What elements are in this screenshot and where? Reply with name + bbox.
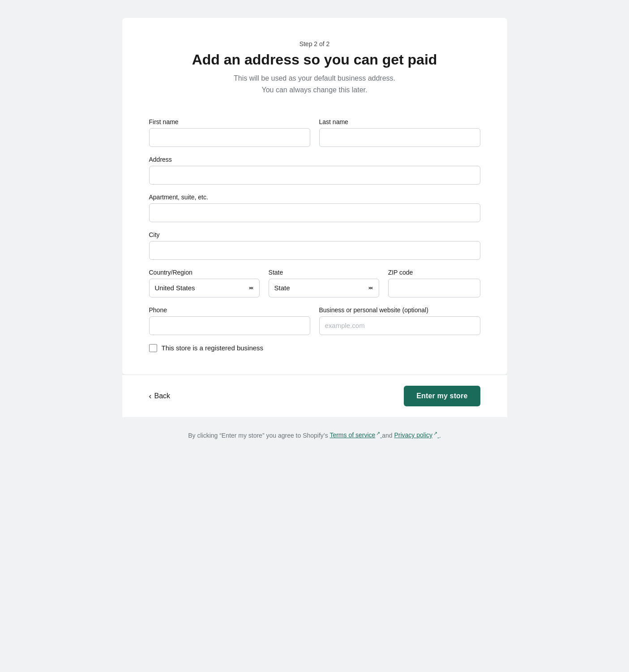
website-group: Business or personal website (optional) (319, 306, 480, 335)
apartment-row: Apartment, suite, etc. (149, 194, 480, 222)
website-input[interactable] (319, 316, 480, 335)
privacy-policy-link[interactable]: Privacy policy↗ (394, 431, 439, 439)
legal-footer: By clicking “Enter my store” you agree t… (188, 431, 441, 439)
city-label: City (149, 231, 480, 238)
address-label: Address (149, 156, 480, 163)
enter-store-button[interactable]: Enter my store (404, 386, 480, 406)
page-title: Add an address so you can get paid (149, 51, 480, 68)
tos-label: Terms of service (329, 431, 375, 439)
city-group: City (149, 231, 480, 260)
phone-label: Phone (149, 306, 310, 314)
address-input[interactable] (149, 166, 480, 185)
address-form: First name Last name Address Apartment, … (149, 118, 480, 352)
back-chevron-icon: ‹ (149, 392, 152, 400)
main-card: Step 2 of 2 Add an address so you can ge… (122, 18, 507, 375)
phone-input[interactable] (149, 316, 310, 335)
zip-label: ZIP code (388, 269, 480, 276)
state-label: State (269, 269, 379, 276)
country-state-zip-row: Country/Region United States Canada Unit… (149, 269, 480, 297)
footer-bar: ‹ Back Enter my store (122, 375, 507, 417)
legal-suffix: . (439, 431, 441, 439)
last-name-group: Last name (319, 118, 480, 147)
country-select[interactable]: United States Canada United Kingdom Aust… (149, 279, 260, 297)
first-name-input[interactable] (149, 128, 310, 147)
page-subtitle-line1: This will be used as your default busine… (149, 73, 480, 84)
registered-business-row: This store is a registered business (149, 344, 480, 352)
zip-input[interactable] (388, 279, 480, 297)
privacy-label: Privacy policy (394, 431, 432, 439)
apartment-input[interactable] (149, 203, 480, 222)
apartment-label: Apartment, suite, etc. (149, 194, 480, 201)
state-select[interactable]: State Alabama Alaska Arizona California … (269, 279, 379, 297)
state-group: State State Alabama Alaska Arizona Calif… (269, 269, 379, 297)
country-label: Country/Region (149, 269, 260, 276)
phone-website-row: Phone Business or personal website (opti… (149, 306, 480, 335)
page-subtitle-line2: You can always change this later. (149, 84, 480, 96)
address-group: Address (149, 156, 480, 185)
registered-business-checkbox[interactable] (149, 344, 157, 352)
last-name-label: Last name (319, 118, 480, 125)
legal-and: and (382, 431, 392, 439)
website-label: Business or personal website (optional) (319, 306, 480, 314)
name-row: First name Last name (149, 118, 480, 147)
country-group: Country/Region United States Canada Unit… (149, 269, 260, 297)
step-label: Step 2 of 2 (149, 40, 480, 47)
zip-group: ZIP code (388, 269, 480, 297)
tos-external-icon: ↗ (376, 431, 380, 436)
city-input[interactable] (149, 241, 480, 260)
registered-business-label: This store is a registered business (162, 344, 264, 352)
first-name-group: First name (149, 118, 310, 147)
page-header: Step 2 of 2 Add an address so you can ge… (149, 40, 480, 96)
city-row: City (149, 231, 480, 260)
address-row: Address (149, 156, 480, 185)
last-name-input[interactable] (319, 128, 480, 147)
apartment-group: Apartment, suite, etc. (149, 194, 480, 222)
phone-group: Phone (149, 306, 310, 335)
privacy-external-icon: ↗ (433, 431, 437, 436)
legal-prefix: By clicking “Enter my store” you agree t… (188, 431, 328, 439)
terms-of-service-link[interactable]: Terms of service↗ (329, 431, 382, 439)
back-button[interactable]: ‹ Back (149, 388, 171, 404)
first-name-label: First name (149, 118, 310, 125)
back-label: Back (154, 392, 171, 400)
